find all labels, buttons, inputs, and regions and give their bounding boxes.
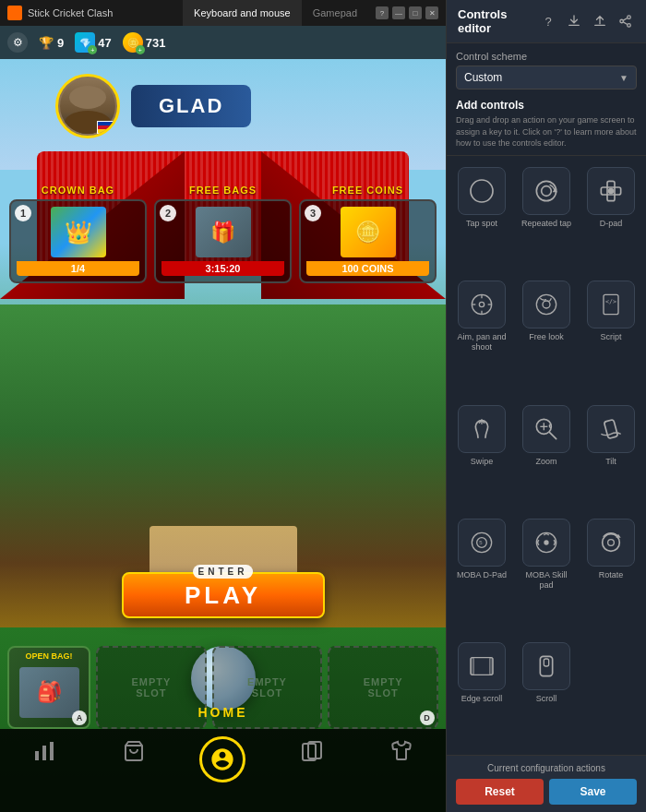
play-label: PLAY (185, 581, 261, 610)
gem-count: 47 (98, 36, 111, 50)
tab-keyboard-mouse[interactable]: Keyboard and mouse (183, 0, 302, 26)
empty-slot-3: EMPTYSLOT D (328, 646, 438, 729)
svg-point-7 (628, 24, 631, 28)
help-icon[interactable]: ? (539, 12, 557, 30)
help-button[interactable]: ? (376, 6, 389, 19)
control-item-moba-skill[interactable]: MOBA Skill pad (517, 515, 576, 633)
control-icon-aim-pan-shoot (458, 281, 506, 328)
import-icon[interactable] (565, 12, 583, 30)
control-icon-free-look (522, 281, 570, 328)
svg-line-30 (549, 432, 556, 438)
add-controls-section: Add controls Drag and drop an action on … (447, 93, 646, 156)
svg-text:</>: </> (605, 298, 616, 305)
close-button[interactable]: ✕ (425, 6, 438, 19)
trophy-count: 9 (57, 36, 64, 50)
control-scheme-select[interactable]: Custom ▼ (456, 66, 637, 90)
svg-point-40 (608, 540, 615, 546)
gem-display[interactable]: 💎 + 47 (75, 32, 111, 53)
control-item-rotate[interactable]: Rotate (581, 515, 640, 633)
control-icon-rotate (587, 519, 635, 567)
svg-point-17 (608, 187, 615, 194)
maximize-button[interactable]: □ (409, 6, 422, 19)
trophy-display: 🏆 9 (39, 36, 64, 50)
free-bag-item[interactable]: FREE BAGS 2 3:15:20 (154, 185, 292, 283)
nav-item-home[interactable] (178, 736, 268, 782)
control-label-rotate: Rotate (599, 570, 624, 580)
home-label: HOME (198, 705, 248, 720)
svg-rect-46 (544, 659, 548, 666)
header-action-icons: ? (539, 12, 635, 30)
coin-display[interactable]: 🪙 + 731 (123, 32, 166, 53)
add-controls-title: Add controls (456, 99, 637, 112)
free-coins-item[interactable]: FREE COINS 3 100 COINS (299, 185, 437, 283)
window-controls: ? — □ ✕ (368, 6, 446, 19)
add-controls-description: Drag and drop an action on your game scr… (456, 114, 637, 149)
export-icon[interactable] (591, 12, 609, 30)
nav-item-cards[interactable] (268, 736, 357, 766)
open-bag-label: OPEN BAG! (9, 651, 89, 661)
svg-rect-44 (490, 658, 493, 675)
cards-icon (297, 736, 327, 766)
nav-item-wardrobe[interactable] (356, 736, 446, 766)
nav-item-shop[interactable] (90, 736, 179, 766)
reset-button[interactable]: Reset (456, 779, 544, 805)
home-active-ring (199, 736, 245, 782)
control-label-repeated-tap: Repeated tap (521, 219, 571, 229)
controls-bottom-bar: Current configuration actions Reset Save (447, 755, 646, 812)
open-bag-slot[interactable]: OPEN BAG! 🎒 A (7, 646, 90, 729)
game-area: Stick Cricket Clash Keyboard and mouse G… (0, 0, 446, 812)
gem-icon: 💎 + (75, 32, 95, 53)
coin-icon: 🪙 + (123, 32, 143, 53)
controls-editor-panel: Controls editor ? Control scheme Custom … (446, 0, 646, 812)
control-label-edge-scroll: Edge scroll (461, 694, 503, 704)
enter-key-badge: Enter (193, 565, 254, 579)
control-item-zoom[interactable]: Zoom (517, 401, 576, 510)
player-name: GLAD (131, 85, 251, 127)
app-name: Stick Cricket Clash (28, 7, 113, 18)
share-icon[interactable] (616, 12, 635, 30)
control-item-aim-pan-shoot[interactable]: Aim, pan and shoot (452, 277, 511, 395)
minimize-button[interactable]: — (392, 6, 405, 19)
control-item-tilt[interactable]: Tilt (581, 401, 640, 510)
shop-icon (119, 736, 149, 766)
control-item-free-look[interactable]: Free look (517, 277, 576, 395)
empty-slot-1: EMPTYSLOT (96, 646, 207, 729)
stats-icon (30, 736, 59, 766)
top-hud: ⚙ 🏆 9 💎 + 47 🪙 + 731 (0, 26, 446, 59)
control-icon-dpad (587, 167, 635, 215)
svg-point-8 (620, 19, 624, 23)
avatar (55, 74, 120, 138)
control-item-scroll[interactable]: Scroll (517, 639, 576, 747)
svg-point-25 (543, 301, 550, 308)
free-coins-box: 3 100 COINS (299, 199, 437, 283)
control-item-swipe[interactable]: Swipe (452, 401, 511, 510)
svg-point-38 (544, 540, 548, 544)
free-bag-timer: 3:15:20 (162, 261, 284, 276)
bag-section: CROWN BAG 1 1/4 FREE BAGS 2 3:15:20 FREE… (9, 185, 437, 283)
control-item-edge-scroll[interactable]: Edge scroll (452, 639, 511, 747)
control-item-tap-spot[interactable]: Tap spot (452, 163, 511, 272)
coin-count: 731 (146, 36, 166, 50)
home-icon (208, 745, 237, 774)
control-label-script: Script (600, 332, 621, 342)
control-item-script[interactable]: </> Script (581, 277, 640, 395)
control-icon-repeated-tap (522, 167, 570, 215)
bag-slot-badge: A (72, 710, 87, 725)
nav-item-stats[interactable] (0, 736, 90, 766)
gem-plus-icon: + (88, 45, 97, 54)
control-label-moba-skill: MOBA Skill pad (519, 570, 574, 591)
tab-gamepad[interactable]: Gamepad (302, 0, 368, 26)
control-icon-edge-scroll (458, 642, 506, 690)
settings-button[interactable]: ⚙ (7, 32, 28, 53)
play-button[interactable]: Enter PLAY (122, 572, 325, 618)
control-item-dpad[interactable]: D-pad (581, 163, 640, 272)
save-button[interactable]: Save (549, 779, 637, 805)
control-label-swipe: Swipe (471, 457, 494, 467)
control-item-repeated-tap[interactable]: Repeated tap (517, 163, 576, 272)
control-label-scroll: Scroll (536, 694, 557, 704)
crown-bag-item[interactable]: CROWN BAG 1 1/4 (9, 185, 147, 283)
svg-text:5: 5 (479, 540, 483, 545)
control-item-moba-dpad[interactable]: 5 MOBA D-Pad (452, 515, 511, 633)
trophy-icon: 🏆 (39, 36, 54, 50)
crown-bag-label: CROWN BAG (42, 185, 114, 196)
